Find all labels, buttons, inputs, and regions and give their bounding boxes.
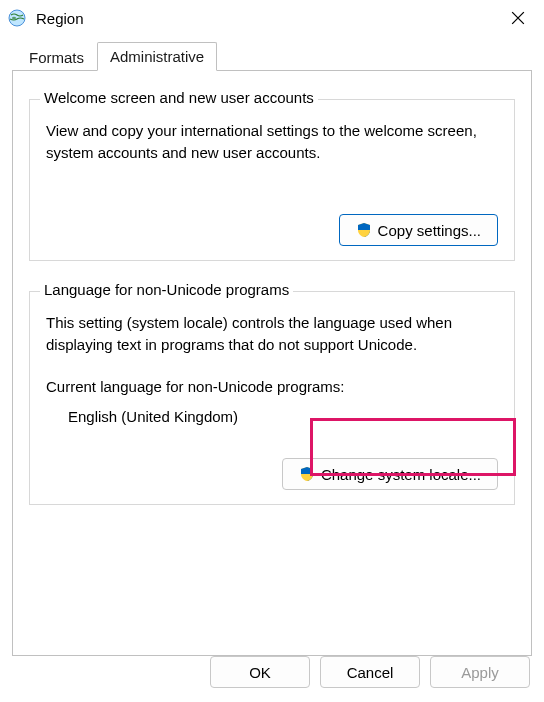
change-system-locale-label: Change system locale... [321,466,481,483]
tabs: Formats Administrative [12,40,532,70]
group-welcome-legend: Welcome screen and new user accounts [40,89,318,106]
current-language-label: Current language for non-Unicode program… [46,376,498,398]
window-title: Region [36,10,496,27]
group-welcome-screen: Welcome screen and new user accounts Vie… [29,99,515,261]
tab-administrative[interactable]: Administrative [97,42,217,71]
shield-icon [356,222,372,238]
tab-panel: Welcome screen and new user accounts Vie… [12,70,532,656]
copy-settings-button[interactable]: Copy settings... [339,214,498,246]
apply-button[interactable]: Apply [430,656,530,688]
shield-icon [299,466,315,482]
group-welcome-desc: View and copy your international setting… [46,120,498,164]
current-language-value: English (United Kingdom) [46,406,498,428]
group-non-unicode-desc: This setting (system locale) controls th… [46,312,498,356]
change-system-locale-button[interactable]: Change system locale... [282,458,498,490]
dialog-button-row: OK Cancel Apply [210,656,530,688]
group-non-unicode: Language for non-Unicode programs This s… [29,291,515,505]
group-non-unicode-legend: Language for non-Unicode programs [40,281,293,298]
cancel-button[interactable]: Cancel [320,656,420,688]
close-button[interactable] [496,2,540,34]
copy-settings-label: Copy settings... [378,222,481,239]
ok-button[interactable]: OK [210,656,310,688]
svg-point-1 [12,17,16,20]
tab-formats[interactable]: Formats [16,43,97,71]
title-bar: Region [0,0,544,36]
globe-icon [8,9,26,27]
